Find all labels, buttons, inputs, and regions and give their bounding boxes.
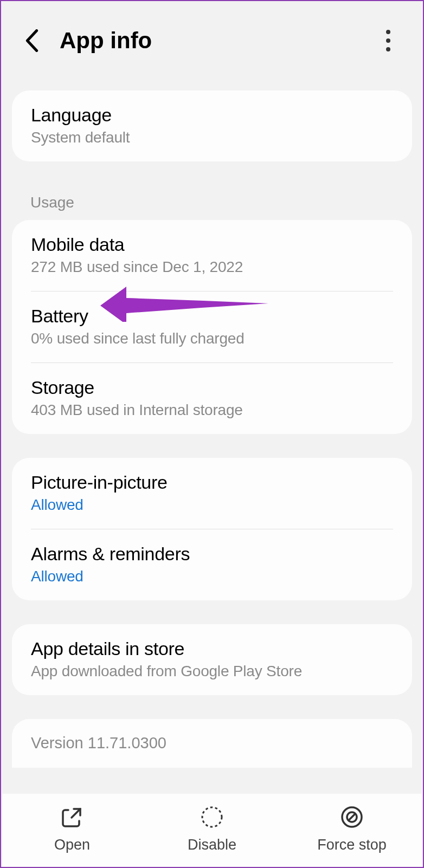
svg-line-3 xyxy=(348,813,356,821)
force-stop-icon xyxy=(338,803,366,831)
bottom-bar: Open Disable Force stop xyxy=(2,794,422,867)
item-title: Mobile data xyxy=(31,234,393,255)
bottom-label: Disable xyxy=(188,837,236,853)
language-item[interactable]: Language System default xyxy=(12,90,412,161)
store-card: App details in store App downloaded from… xyxy=(12,624,412,695)
item-title: Picture-in-picture xyxy=(31,472,393,493)
more-options-icon[interactable] xyxy=(381,24,396,57)
item-subtitle: 272 MB used since Dec 1, 2022 xyxy=(31,258,393,276)
item-title: Battery xyxy=(31,306,393,327)
mobile-data-item[interactable]: Mobile data 272 MB used since Dec 1, 202… xyxy=(12,220,412,291)
force-stop-button[interactable]: Force stop xyxy=(282,803,422,853)
item-title: App details in store xyxy=(31,638,393,659)
picture-in-picture-item[interactable]: Picture-in-picture Allowed xyxy=(12,458,412,529)
app-details-item[interactable]: App details in store App downloaded from… xyxy=(12,624,412,695)
item-subtitle: 403 MB used in Internal storage xyxy=(31,401,393,419)
bottom-label: Force stop xyxy=(317,837,387,853)
storage-item[interactable]: Storage 403 MB used in Internal storage xyxy=(12,363,412,434)
item-subtitle: Allowed xyxy=(31,496,393,514)
item-subtitle: System default xyxy=(31,129,393,146)
version-text: Version 11.71.0300 xyxy=(12,719,412,757)
usage-card: Mobile data 272 MB used since Dec 1, 202… xyxy=(12,220,412,434)
bottom-label: Open xyxy=(54,837,90,853)
item-title: Language xyxy=(31,105,393,126)
open-button[interactable]: Open xyxy=(2,803,142,853)
battery-item[interactable]: Battery 0% used since last fully charged xyxy=(12,292,412,362)
item-subtitle: 0% used since last fully charged xyxy=(31,330,393,347)
header: App info xyxy=(1,1,423,80)
permissions-card: Picture-in-picture Allowed Alarms & remi… xyxy=(12,458,412,600)
page-title: App info xyxy=(60,28,152,54)
open-icon xyxy=(58,803,86,831)
item-title: Alarms & reminders xyxy=(31,543,393,565)
usage-section-header: Usage xyxy=(1,173,423,220)
version-card: Version 11.71.0300 xyxy=(12,719,412,768)
item-subtitle: Allowed xyxy=(31,568,393,585)
disable-icon xyxy=(198,803,226,831)
item-subtitle: App downloaded from Google Play Store xyxy=(31,663,393,680)
alarms-reminders-item[interactable]: Alarms & reminders Allowed xyxy=(12,529,412,600)
item-title: Storage xyxy=(31,377,393,398)
svg-point-0 xyxy=(202,807,222,827)
back-icon[interactable] xyxy=(23,31,41,50)
language-card: Language System default xyxy=(12,90,412,161)
disable-button[interactable]: Disable xyxy=(142,803,282,853)
